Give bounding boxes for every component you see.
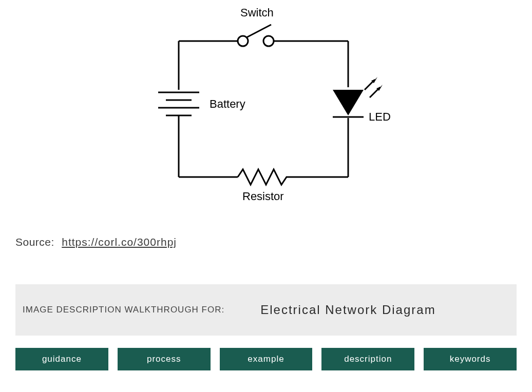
walkthrough-label: IMAGE DESCRIPTION WALKTHROUGH FOR: <box>23 305 224 315</box>
walkthrough-bar: IMAGE DESCRIPTION WALKTHROUGH FOR: Elect… <box>15 284 517 336</box>
circuit-diagram: Switch Battery LED Resistor <box>138 0 394 215</box>
source-row: Source: https://corl.co/300rhpj <box>0 236 532 248</box>
battery-label: Battery <box>210 97 245 110</box>
tab-example[interactable]: example <box>220 348 313 370</box>
circuit-diagram-container: Switch Battery LED Resistor <box>0 0 532 215</box>
walkthrough-title: Electrical Network Diagram <box>260 303 435 317</box>
tab-guidance[interactable]: guidance <box>15 348 108 370</box>
tab-keywords[interactable]: keywords <box>424 348 517 370</box>
source-label: Source: <box>15 236 54 248</box>
tab-process[interactable]: process <box>118 348 211 370</box>
switch-label: Switch <box>240 6 274 19</box>
svg-point-3 <box>263 36 274 46</box>
resistor-label: Resistor <box>242 190 284 203</box>
tabs-container: guidance process example description key… <box>15 348 517 370</box>
led-label: LED <box>369 110 391 123</box>
svg-marker-13 <box>333 90 364 115</box>
tab-description[interactable]: description <box>321 348 414 370</box>
source-link[interactable]: https://corl.co/300rhpj <box>62 236 177 248</box>
